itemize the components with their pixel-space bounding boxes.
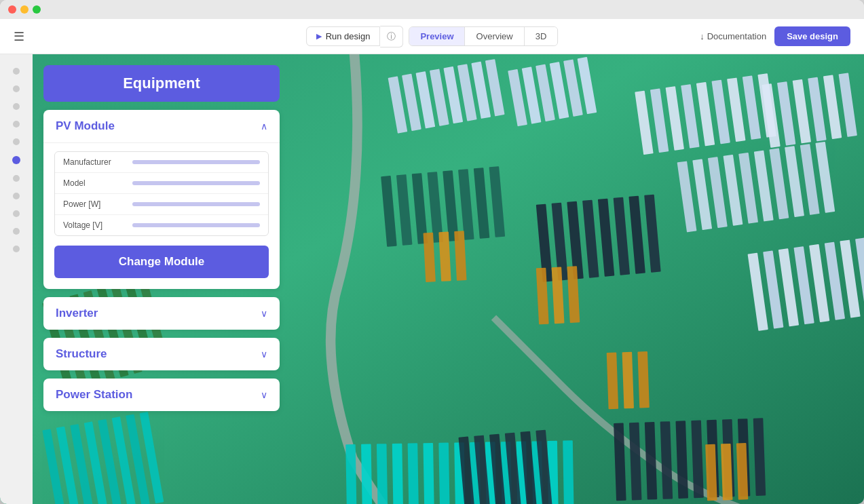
app-window: ☰ ▶ Run design ⓘ Preview Overview 3D ↓ D… — [0, 0, 864, 504]
nav-dot-8[interactable] — [13, 193, 20, 199]
info-button[interactable]: ⓘ — [380, 26, 403, 47]
maximize-button[interactable] — [33, 5, 41, 14]
structure-chevron-down-icon: ∨ — [261, 349, 267, 360]
topbar-center: ▶ Run design ⓘ Preview Overview 3D — [306, 26, 559, 47]
svg-rect-77 — [377, 444, 388, 504]
nav-dot-6[interactable] — [12, 156, 20, 164]
spec-label-model: Model — [63, 178, 124, 188]
power-station-title: Power Station — [56, 388, 132, 402]
nav-dot-3[interactable] — [13, 103, 20, 110]
minimize-button[interactable] — [20, 5, 29, 14]
spec-bar-manufacturer — [132, 160, 260, 164]
specs-table: Manufacturer Model Power [W] — [54, 151, 269, 236]
svg-rect-89 — [563, 440, 574, 504]
run-design-button[interactable]: ▶ Run design — [306, 26, 381, 46]
spec-label-manufacturer: Manufacturer — [63, 157, 124, 167]
sidebar-dots — [0, 54, 33, 504]
structure-section: Structure ∨ — [43, 338, 280, 370]
topbar-right: ↓ Documentation Save design — [700, 26, 850, 46]
svg-rect-75 — [345, 444, 357, 504]
play-icon: ▶ — [316, 32, 322, 41]
documentation-label: Documentation — [707, 31, 766, 41]
save-design-button[interactable]: Save design — [774, 26, 850, 46]
spec-label-voltage: Voltage [V] — [63, 220, 124, 230]
svg-rect-80 — [423, 443, 434, 504]
change-module-button[interactable]: Change Module — [54, 246, 269, 278]
run-design-label: Run design — [326, 31, 371, 41]
structure-header[interactable]: Structure ∨ — [43, 338, 280, 370]
close-button[interactable] — [8, 5, 16, 14]
pv-module-header[interactable]: PV Module ∧ — [43, 110, 280, 142]
svg-rect-121 — [721, 444, 732, 501]
power-station-header[interactable]: Power Station ∨ — [43, 379, 280, 411]
spec-bar-model — [132, 181, 260, 185]
main-area: Equipment PV Module ∧ Manufacturer — [0, 54, 864, 504]
inverter-chevron-down-icon: ∨ — [261, 308, 267, 319]
pv-module-title: PV Module — [56, 119, 115, 133]
titlebar — [0, 0, 864, 19]
tab-overview[interactable]: Overview — [466, 27, 525, 45]
pv-module-content: Manufacturer Model Power [W] — [43, 142, 280, 289]
svg-rect-120 — [705, 444, 717, 501]
spec-bar-voltage — [132, 223, 260, 227]
svg-rect-81 — [438, 443, 450, 504]
documentation-button[interactable]: ↓ Documentation — [700, 31, 766, 41]
nav-dot-10[interactable] — [13, 228, 20, 235]
svg-rect-54 — [637, 351, 649, 408]
spec-label-power: Power [W] — [63, 199, 124, 209]
structure-title: Structure — [56, 347, 107, 361]
tab-3d[interactable]: 3D — [525, 27, 558, 45]
svg-rect-52 — [607, 353, 618, 410]
nav-dot-4[interactable] — [13, 121, 20, 128]
nav-dot-2[interactable] — [13, 85, 20, 92]
app-chrome: ☰ ▶ Run design ⓘ Preview Overview 3D ↓ D… — [0, 19, 864, 504]
svg-rect-53 — [622, 352, 634, 409]
download-icon: ↓ — [700, 31, 705, 41]
inverter-header[interactable]: Inverter ∨ — [43, 297, 280, 330]
spec-row-voltage: Voltage [V] — [55, 215, 268, 235]
svg-rect-76 — [361, 444, 373, 504]
spec-row-manufacturer: Manufacturer — [55, 152, 268, 173]
menu-icon[interactable]: ☰ — [14, 29, 24, 44]
svg-rect-122 — [736, 443, 748, 500]
spec-row-model: Model — [55, 173, 268, 194]
power-station-section: Power Station ∨ — [43, 379, 280, 411]
nav-dot-7[interactable] — [13, 175, 20, 182]
inverter-section: Inverter ∨ — [43, 297, 280, 330]
topbar: ☰ ▶ Run design ⓘ Preview Overview 3D ↓ D… — [0, 19, 864, 54]
view-tabs: Preview Overview 3D — [409, 26, 558, 46]
pv-module-section: PV Module ∧ Manufacturer Model — [43, 110, 280, 289]
nav-dot-9[interactable] — [13, 210, 20, 217]
spec-bar-power — [132, 202, 260, 206]
spec-row-power: Power [W] — [55, 194, 268, 215]
nav-dot-11[interactable] — [13, 246, 20, 252]
inverter-title: Inverter — [56, 307, 98, 320]
pv-module-chevron-up-icon: ∧ — [261, 121, 267, 132]
nav-dot-1[interactable] — [13, 68, 20, 75]
panel-title: Equipment — [43, 65, 280, 102]
tab-preview[interactable]: Preview — [409, 27, 465, 45]
svg-rect-79 — [408, 443, 419, 504]
svg-rect-78 — [392, 444, 404, 504]
power-station-chevron-down-icon: ∨ — [261, 389, 267, 400]
nav-dot-5[interactable] — [13, 138, 20, 145]
